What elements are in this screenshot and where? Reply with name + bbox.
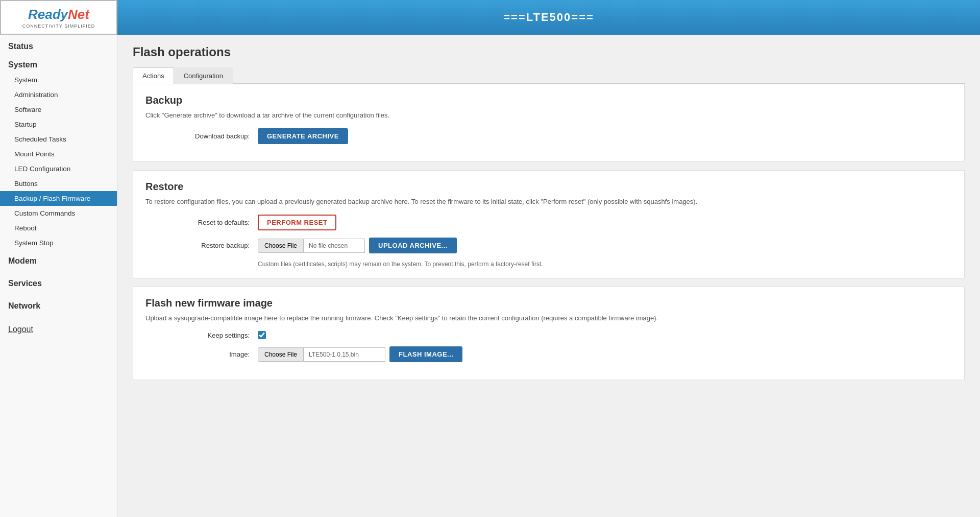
perform-reset-button[interactable]: PERFORM RESET [258,215,336,230]
sidebar-item-mount-points[interactable]: Mount Points [0,147,117,161]
download-backup-label: Download backup: [145,132,258,140]
header: ReadyNet CONNECTIVITY SIMPLIFIED ===LTE5… [0,0,980,35]
logo-net-text: Net [68,7,89,22]
sidebar-item-system[interactable]: System [0,73,117,87]
image-row: Image: Choose File LTE500-1.0.15.bin FLA… [145,346,952,362]
backup-form-control: GENERATE ARCHIVE [258,128,348,144]
flash-choose-file-button[interactable]: Choose File [258,347,304,362]
flash-file-name: LTE500-1.0.15.bin [304,347,385,362]
sidebar-modem-title: Modem [0,250,117,269]
restore-choose-file-button[interactable]: Choose File [258,239,304,253]
reset-label: Reset to defaults: [145,219,258,226]
flash-title: Flash new firmware image [145,297,952,309]
restore-hint-text: Custom files (certificates, scripts) may… [258,261,952,268]
sidebar-status-title: Status [0,35,117,54]
sidebar: Status System System Administration Soft… [0,35,117,517]
sidebar-item-buttons[interactable]: Buttons [0,176,117,191]
backup-card: Backup Click "Generate archive" to downl… [133,84,965,162]
logo-ready-text: Ready [28,7,68,22]
restore-backup-row: Restore backup: Choose File No file chos… [145,238,952,253]
tab-actions[interactable]: Actions [133,67,174,84]
sidebar-item-software[interactable]: Software [0,102,117,117]
restore-backup-control: Choose File No file chosen UPLOAD ARCHIV… [258,238,457,253]
generate-archive-button[interactable]: GENERATE ARCHIVE [258,128,348,144]
backup-description: Click "Generate archive" to download a t… [145,111,952,119]
sidebar-item-backup-flash[interactable]: Backup / Flash Firmware [0,191,117,206]
reset-defaults-row: Reset to defaults: PERFORM RESET [145,215,952,230]
sidebar-services-title: Services [0,273,117,291]
sidebar-network-title: Network [0,295,117,314]
backup-title: Backup [145,95,952,106]
main-content: Flash operations Actions Configuration B… [117,35,980,517]
flash-description: Upload a sysupgrade-compatible image her… [145,314,952,322]
keep-settings-row: Keep settings: [145,331,952,339]
logout-link[interactable]: Logout [0,318,117,341]
tab-configuration[interactable]: Configuration [174,67,233,84]
keep-settings-control [258,331,266,339]
sidebar-item-custom-commands[interactable]: Custom Commands [0,206,117,221]
header-title: ===LTE500=== [117,11,980,24]
tabs: Actions Configuration [133,67,965,84]
restore-description: To restore configuration files, you can … [145,198,952,205]
image-label: Image: [145,350,258,358]
upload-archive-button[interactable]: UPLOAD ARCHIVE... [369,238,457,253]
logo-subtitle: CONNECTIVITY SIMPLIFIED [22,24,95,29]
image-form-control: Choose File LTE500-1.0.15.bin FLASH IMAG… [258,346,462,362]
restore-file-name: No file chosen [304,239,365,253]
sidebar-item-scheduled-tasks[interactable]: Scheduled Tasks [0,132,117,147]
keep-settings-label: Keep settings: [145,332,258,339]
flash-firmware-card: Flash new firmware image Upload a sysupg… [133,287,965,380]
sidebar-item-reboot[interactable]: Reboot [0,221,117,236]
sidebar-system-title: System [0,54,117,73]
restore-title: Restore [145,181,952,193]
restore-card: Restore To restore configuration files, … [133,170,965,278]
reset-form-control: PERFORM RESET [258,215,336,230]
flash-image-button[interactable]: FLASH IMAGE... [389,346,462,362]
sidebar-item-startup[interactable]: Startup [0,117,117,132]
backup-download-row: Download backup: GENERATE ARCHIVE [145,128,952,144]
sidebar-item-administration[interactable]: Administration [0,87,117,102]
logo: ReadyNet CONNECTIVITY SIMPLIFIED [0,0,117,35]
restore-backup-label: Restore backup: [145,242,258,249]
keep-settings-checkbox[interactable] [258,331,266,339]
page-title: Flash operations [133,45,965,59]
sidebar-item-led-configuration[interactable]: LED Configuration [0,161,117,176]
restore-file-input-wrapper: Choose File No file chosen [258,239,365,253]
flash-file-input-wrapper: Choose File LTE500-1.0.15.bin [258,347,385,362]
sidebar-item-system-stop[interactable]: System Stop [0,236,117,250]
layout: Status System System Administration Soft… [0,35,980,517]
